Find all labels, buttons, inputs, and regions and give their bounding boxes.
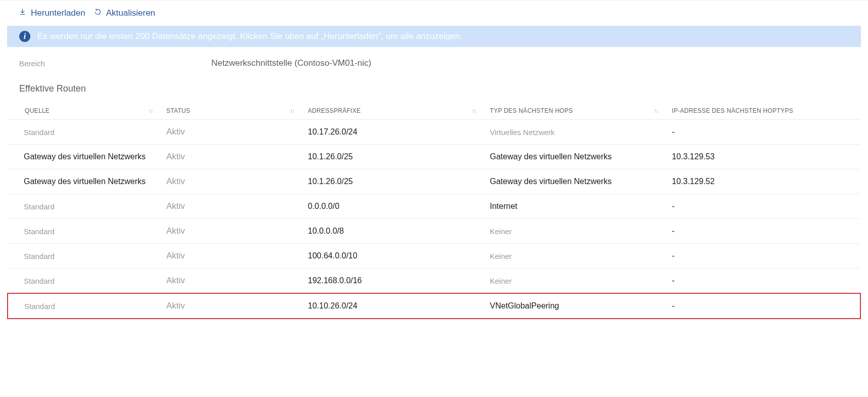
- cell-prefix: 10.17.26.0/24: [301, 120, 483, 145]
- cell-nexthop: Keiner: [483, 244, 665, 269]
- table-row[interactable]: StandardAktiv10.10.26.0/24VNetGlobalPeer…: [8, 293, 860, 319]
- cell-prefix: 10.10.26.0/24: [301, 293, 483, 319]
- cell-status: Aktiv: [159, 145, 301, 169]
- cell-status: Aktiv: [159, 244, 301, 269]
- table-row[interactable]: StandardAktiv10.17.26.0/24Virtuelles Net…: [8, 120, 860, 145]
- scope-value: Netzwerkschnittstelle (Contoso-VM01-nic): [211, 58, 372, 68]
- sort-icon: ↑↓: [654, 107, 658, 114]
- download-icon: [18, 8, 27, 19]
- info-bar: i Es werden nur die ersten 200 Datensätz…: [7, 26, 861, 47]
- cell-source: Standard: [8, 293, 159, 319]
- col-header-prefix[interactable]: ADRESSPRÄFIXE ↑↓: [301, 102, 483, 120]
- cell-status: Aktiv: [159, 269, 301, 294]
- cell-prefix: 100.64.0.0/10: [301, 244, 483, 269]
- cell-nexthop: Internet: [483, 194, 665, 219]
- col-header-nexthop-label: TYP DES NÄCHSTEN HOPS: [490, 107, 573, 114]
- refresh-button[interactable]: Aktualisieren: [94, 8, 155, 19]
- col-header-status[interactable]: STATUS ↑↓: [159, 102, 301, 120]
- routes-table: QUELLE ↑↓ STATUS ↑↓ ADRESSPRÄFIXE ↑↓ TYP…: [7, 102, 861, 319]
- scope-label: Bereich: [19, 59, 211, 68]
- section-title: Effektive Routen: [7, 71, 861, 102]
- cell-status: Aktiv: [159, 219, 301, 244]
- col-header-status-label: STATUS: [166, 107, 190, 114]
- cell-prefix: 10.1.26.0/25: [301, 145, 483, 169]
- col-header-source[interactable]: QUELLE ↑↓: [8, 102, 159, 120]
- table-row[interactable]: Gateway des virtuellen NetzwerksAktiv10.…: [8, 169, 860, 194]
- cell-nexthop: VNetGlobalPeering: [483, 293, 665, 319]
- info-message: Es werden nur die ersten 200 Datensätze …: [37, 31, 463, 41]
- table-row[interactable]: StandardAktiv192.168.0.0/16Keiner-: [8, 269, 860, 294]
- cell-nexthop-ip: -: [665, 244, 860, 269]
- cell-nexthop: Gateway des virtuellen Netzwerks: [483, 169, 665, 194]
- sort-icon: ↑↓: [472, 107, 476, 114]
- toolbar: Herunterladen Aktualisieren: [7, 1, 861, 26]
- col-header-ip-label: IP-ADRESSE DES NÄCHSTEN HOPTYPS: [672, 107, 793, 114]
- cell-nexthop-ip: 10.3.129.53: [665, 145, 860, 169]
- cell-source: Standard: [8, 194, 159, 219]
- col-header-nexthop[interactable]: TYP DES NÄCHSTEN HOPS ↑↓: [483, 102, 665, 120]
- col-header-ip[interactable]: IP-ADRESSE DES NÄCHSTEN HOPTYPS: [665, 102, 860, 120]
- cell-status: Aktiv: [159, 293, 301, 319]
- table-row[interactable]: StandardAktiv100.64.0.0/10Keiner-: [8, 244, 860, 269]
- cell-status: Aktiv: [159, 194, 301, 219]
- scope-row: Bereich Netzwerkschnittstelle (Contoso-V…: [7, 47, 861, 71]
- table-row[interactable]: Gateway des virtuellen NetzwerksAktiv10.…: [8, 145, 860, 169]
- col-header-prefix-label: ADRESSPRÄFIXE: [308, 107, 361, 114]
- cell-nexthop: Keiner: [483, 219, 665, 244]
- cell-nexthop: Gateway des virtuellen Netzwerks: [483, 145, 665, 169]
- refresh-icon: [94, 8, 102, 19]
- table-header-row: QUELLE ↑↓ STATUS ↑↓ ADRESSPRÄFIXE ↑↓ TYP…: [8, 102, 860, 120]
- table-row[interactable]: StandardAktiv10.0.0.0/8Keiner-: [8, 219, 860, 244]
- cell-source: Standard: [8, 219, 159, 244]
- cell-prefix: 0.0.0.0/0: [301, 194, 483, 219]
- cell-source: Standard: [8, 244, 159, 269]
- cell-nexthop-ip: -: [665, 219, 860, 244]
- cell-source: Standard: [8, 269, 159, 294]
- cell-nexthop-ip: 10.3.129.52: [665, 169, 860, 194]
- table-row[interactable]: StandardAktiv0.0.0.0/0Internet-: [8, 194, 860, 219]
- cell-nexthop: Virtuelles Netzwerk: [483, 120, 665, 145]
- download-label: Herunterladen: [31, 8, 85, 18]
- col-header-source-label: QUELLE: [25, 107, 50, 114]
- cell-nexthop-ip: -: [665, 120, 860, 145]
- cell-prefix: 10.0.0.0/8: [301, 219, 483, 244]
- cell-nexthop-ip: -: [665, 293, 860, 319]
- cell-nexthop-ip: -: [665, 194, 860, 219]
- info-icon: i: [19, 31, 30, 42]
- cell-prefix: 192.168.0.0/16: [301, 269, 483, 294]
- cell-nexthop-ip: -: [665, 269, 860, 294]
- sort-icon: ↑↓: [148, 107, 152, 114]
- refresh-label: Aktualisieren: [106, 8, 155, 18]
- sort-icon: ↑↓: [290, 107, 294, 114]
- cell-prefix: 10.1.26.0/25: [301, 169, 483, 194]
- cell-status: Aktiv: [159, 169, 301, 194]
- cell-source: Gateway des virtuellen Netzwerks: [8, 145, 159, 169]
- cell-source: Standard: [8, 120, 159, 145]
- cell-status: Aktiv: [159, 120, 301, 145]
- cell-source: Gateway des virtuellen Netzwerks: [8, 169, 159, 194]
- cell-nexthop: Keiner: [483, 269, 665, 294]
- download-button[interactable]: Herunterladen: [18, 8, 85, 19]
